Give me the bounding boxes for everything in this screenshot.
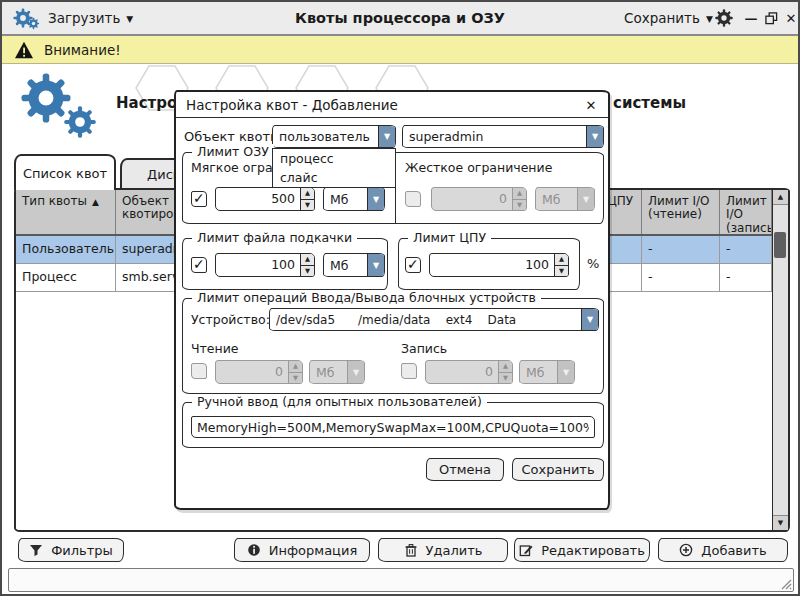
soft-limit-spinner[interactable]: 500 ▲▼ bbox=[215, 187, 315, 211]
quota-object-label: Объект квоты: bbox=[184, 129, 285, 144]
spinner-down-icon[interactable]: ▼ bbox=[301, 266, 314, 277]
cancel-button[interactable]: Отмена bbox=[426, 458, 504, 481]
spinner-up-icon[interactable]: ▲ bbox=[301, 254, 314, 266]
save-button[interactable]: Сохранить bbox=[512, 458, 604, 481]
column-header-quota-type[interactable]: Тип квоты▲ bbox=[16, 190, 116, 234]
soft-limit-unit-dropdown[interactable]: Мб ▼ bbox=[323, 187, 385, 211]
quota-type-option-list: процесс слайс bbox=[272, 148, 396, 188]
manual-input-fieldset: Ручной ввод (для опытных пользователей) bbox=[182, 402, 604, 448]
cpu-limit-spinner[interactable]: 100 ▲▼ bbox=[429, 253, 569, 277]
close-button[interactable]: ✕ bbox=[782, 9, 800, 27]
write-limit-spinner: 0 ▲▼ bbox=[425, 360, 513, 384]
spinner-up-icon[interactable]: ▲ bbox=[555, 254, 568, 266]
save-menu-label: Сохранить bbox=[624, 10, 700, 26]
read-limit-unit-dropdown: Мб ▼ bbox=[309, 360, 365, 384]
write-limit-checkbox[interactable] bbox=[401, 363, 417, 379]
soft-limit-value: 500 bbox=[216, 188, 300, 210]
column-header-io-write[interactable]: Лимит I/O (запись) bbox=[720, 190, 772, 234]
hard-limit-spinner: 0 ▲▼ bbox=[431, 187, 527, 211]
spinner-down-icon: ▼ bbox=[513, 200, 526, 211]
add-button[interactable]: Добавить bbox=[658, 538, 788, 562]
chevron-down-icon: ▼ bbox=[577, 188, 594, 210]
dropdown-option-process[interactable]: процесс bbox=[273, 149, 395, 168]
spinner-up-icon: ▲ bbox=[499, 361, 512, 373]
app-window: Загрузить ▼ Квоты процессора и ОЗУ Сохра… bbox=[0, 0, 800, 596]
spinner-down-icon[interactable]: ▼ bbox=[555, 266, 568, 277]
dropdown-option-slice[interactable]: слайс bbox=[273, 168, 395, 187]
spinner-buttons: ▲▼ bbox=[498, 361, 512, 383]
delete-button[interactable]: Удалить bbox=[378, 538, 508, 562]
device-dropdown[interactable]: /dev/sda5 /media/data ext4 Data ▼ bbox=[269, 308, 599, 331]
window-titlebar[interactable]: Загрузить ▼ Квоты процессора и ОЗУ Сохра… bbox=[2, 2, 798, 36]
swap-limit-value: 100 bbox=[216, 254, 300, 276]
filters-button[interactable]: Фильтры bbox=[18, 538, 124, 562]
swap-limit-legend: Лимит файла подкачки bbox=[192, 230, 357, 245]
ram-limit-legend: Лимит ОЗУ bbox=[192, 144, 274, 159]
spinner-up-icon[interactable]: ▲ bbox=[301, 188, 314, 200]
write-limit-unit-dropdown: Мб ▼ bbox=[519, 360, 575, 384]
manual-input[interactable] bbox=[191, 416, 595, 438]
sort-asc-icon: ▲ bbox=[92, 197, 99, 207]
spinner-buttons: ▲▼ bbox=[554, 254, 568, 276]
cpu-limit-value: 100 bbox=[430, 254, 554, 276]
dialog-close-icon[interactable]: ✕ bbox=[582, 96, 600, 114]
chevron-down-icon[interactable]: ▼ bbox=[367, 254, 384, 276]
settings-gear-icon[interactable] bbox=[714, 8, 734, 31]
vertical-scrollbar[interactable]: ▲ ▼ bbox=[772, 190, 788, 530]
cpu-limit-legend: Лимит ЦПУ bbox=[408, 230, 491, 245]
spinner-buttons: ▲▼ bbox=[300, 188, 314, 210]
cpu-limit-fieldset: Лимит ЦПУ 100 ▲▼ bbox=[398, 238, 580, 290]
restore-icon bbox=[765, 12, 778, 25]
scrollbar-thumb[interactable] bbox=[774, 232, 786, 258]
spinner-buttons: ▲▼ bbox=[288, 361, 302, 383]
manual-input-legend: Ручной ввод (для опытных пользователей) bbox=[192, 394, 487, 409]
chevron-down-icon[interactable]: ▼ bbox=[378, 126, 395, 147]
spinner-buttons: ▲▼ bbox=[512, 188, 526, 210]
status-bar bbox=[8, 568, 794, 592]
quota-target-dropdown[interactable]: superadmin ▼ bbox=[402, 125, 604, 148]
gears-logo-icon bbox=[18, 68, 102, 146]
minimize-button[interactable]: — bbox=[742, 9, 760, 27]
save-menu[interactable]: Сохранить ▼ bbox=[624, 10, 713, 26]
soft-limit-unit: Мб bbox=[324, 192, 367, 207]
soft-limit-checkbox[interactable] bbox=[191, 191, 207, 207]
spinner-up-icon: ▲ bbox=[513, 188, 526, 200]
swap-limit-fieldset: Лимит файла подкачки 100 ▲▼ Мб ▼ bbox=[182, 238, 388, 290]
hard-limit-unit: Мб bbox=[536, 192, 577, 207]
spinner-down-icon: ▼ bbox=[289, 373, 302, 384]
chevron-down-icon[interactable]: ▼ bbox=[367, 188, 384, 210]
quota-type-dropdown[interactable]: пользователь ▼ bbox=[272, 125, 396, 148]
write-limit-unit: Мб bbox=[520, 365, 557, 380]
scroll-down-icon[interactable]: ▼ bbox=[773, 515, 788, 530]
chevron-down-icon[interactable]: ▼ bbox=[581, 309, 598, 330]
io-limit-fieldset: Лимит операций Ввода/Вывода блочных устр… bbox=[182, 298, 604, 394]
quota-type-value: пользователь bbox=[273, 129, 378, 144]
read-label: Чтение bbox=[191, 341, 239, 356]
info-button[interactable]: Информация bbox=[234, 538, 370, 562]
swap-limit-checkbox[interactable] bbox=[191, 257, 207, 273]
tab-quota-list[interactable]: Список квот bbox=[14, 154, 116, 190]
read-limit-checkbox[interactable] bbox=[191, 363, 207, 379]
page-title-left: Настро bbox=[116, 94, 177, 112]
resize-grip[interactable] bbox=[780, 578, 792, 590]
edit-button[interactable]: Редактировать bbox=[514, 538, 650, 562]
io-limit-legend: Лимит операций Ввода/Вывода блочных устр… bbox=[192, 290, 541, 305]
hard-limit-checkbox[interactable] bbox=[405, 191, 421, 207]
scroll-up-icon[interactable]: ▲ bbox=[773, 190, 788, 205]
warning-banner: Внимание! bbox=[2, 36, 798, 64]
dialog-title: Настройка квот - Добавление bbox=[186, 97, 398, 113]
write-label: Запись bbox=[401, 341, 447, 356]
read-limit-spinner: 0 ▲▼ bbox=[215, 360, 303, 384]
swap-limit-unit-dropdown[interactable]: Мб ▼ bbox=[323, 253, 385, 277]
maximize-button[interactable] bbox=[762, 9, 780, 27]
chevron-down-icon[interactable]: ▼ bbox=[586, 126, 603, 147]
column-header-io-read[interactable]: Лимит I/O (чтение) bbox=[642, 190, 720, 234]
cpu-limit-checkbox[interactable] bbox=[405, 257, 421, 273]
swap-limit-unit: Мб bbox=[324, 258, 367, 273]
dialog-titlebar[interactable]: Настройка квот - Добавление bbox=[176, 92, 608, 118]
swap-limit-spinner[interactable]: 100 ▲▼ bbox=[215, 253, 315, 277]
chevron-down-icon: ▼ bbox=[347, 361, 364, 383]
spinner-down-icon[interactable]: ▼ bbox=[301, 200, 314, 211]
cpu-percent-label: % bbox=[587, 256, 599, 271]
device-value: /dev/sda5 /media/data ext4 Data bbox=[270, 313, 581, 327]
